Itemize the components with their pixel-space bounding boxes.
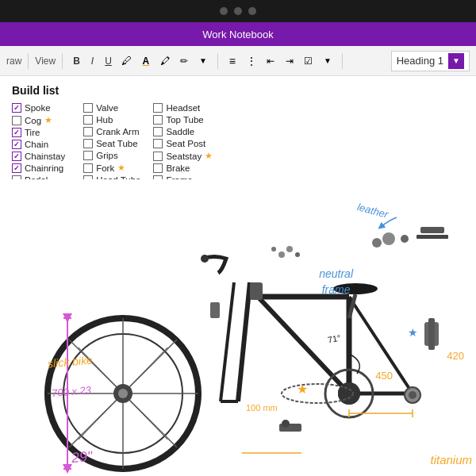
highlight-button[interactable]: 🖊 xyxy=(119,53,135,69)
item-fork[interactable]: Fork ★ xyxy=(83,163,140,173)
bike-image-area: ★ ★ xyxy=(0,179,476,476)
sep3 xyxy=(217,53,218,69)
svg-point-9 xyxy=(118,389,128,398)
item-saddle[interactable]: Saddle xyxy=(153,127,213,136)
item-crank-arm[interactable]: Crank Arm xyxy=(83,127,140,136)
heading-dropdown-arrow[interactable]: ▼ xyxy=(448,53,464,69)
checkbox-cog[interactable] xyxy=(12,116,21,125)
item-hub[interactable]: Hub xyxy=(83,115,140,125)
checkbox-seatstay[interactable] xyxy=(153,152,163,161)
item-seatstay[interactable]: Seatstay ★ xyxy=(153,151,213,161)
star-seatstay: ★ xyxy=(205,151,213,161)
svg-line-11 xyxy=(221,282,234,401)
svg-text:★: ★ xyxy=(408,327,418,339)
checkbox-top-tube[interactable] xyxy=(153,115,163,125)
item-valve[interactable]: Valve xyxy=(83,103,140,113)
heading-label: Heading 1 xyxy=(397,55,443,67)
checkbox-grips[interactable] xyxy=(83,151,93,160)
pen-button[interactable]: ✏ xyxy=(176,53,192,69)
checkbox-fork[interactable] xyxy=(83,163,93,173)
checklist-button[interactable]: ☑ xyxy=(301,53,317,69)
svg-point-22 xyxy=(201,255,209,263)
item-brake[interactable]: Brake xyxy=(153,163,213,173)
item-chainring[interactable]: Chainring xyxy=(12,163,71,173)
checkbox-chain[interactable] xyxy=(12,140,21,149)
checkbox-crank-arm[interactable] xyxy=(83,127,93,136)
svg-line-17 xyxy=(349,297,413,393)
star-cog: ★ xyxy=(44,115,52,125)
item-chainstay[interactable]: Chainstay xyxy=(12,152,71,161)
bike-svg: ★ ★ xyxy=(0,179,476,476)
svg-rect-34 xyxy=(428,318,435,350)
dot3 xyxy=(248,7,256,15)
svg-point-30 xyxy=(372,238,382,248)
numbered-list-button[interactable]: ⋮ xyxy=(244,53,259,69)
svg-point-39 xyxy=(271,247,276,251)
svg-line-15 xyxy=(258,297,349,393)
raw-tab[interactable]: raw xyxy=(6,56,21,67)
svg-rect-31 xyxy=(420,227,444,233)
item-headset[interactable]: Headset xyxy=(153,103,213,113)
bold-button[interactable]: B xyxy=(69,54,84,68)
underline-button[interactable]: U xyxy=(101,54,116,68)
svg-point-40 xyxy=(286,246,293,252)
svg-text:★: ★ xyxy=(297,382,308,396)
item-chain[interactable]: Chain xyxy=(12,140,71,149)
indent-left-button[interactable]: ⇤ xyxy=(263,53,278,69)
app-title: Work Notebook xyxy=(202,29,273,40)
checkbox-brake[interactable] xyxy=(153,163,163,173)
bullet-list-button[interactable]: ≡ xyxy=(225,53,240,69)
item-grips[interactable]: Grips xyxy=(83,151,140,160)
item-spoke[interactable]: Spoke xyxy=(12,103,71,113)
item-seat-post[interactable]: Seat Post xyxy=(153,139,213,148)
svg-rect-35 xyxy=(210,302,220,318)
checkbox-tire[interactable] xyxy=(12,128,21,137)
sep4 xyxy=(342,53,343,69)
svg-point-19 xyxy=(333,283,378,294)
svg-point-37 xyxy=(282,420,290,428)
svg-line-10 xyxy=(238,282,250,401)
svg-rect-21 xyxy=(250,282,263,300)
sep1 xyxy=(28,53,29,69)
app-title-bar: Work Notebook xyxy=(0,22,476,46)
checkbox-valve[interactable] xyxy=(83,103,93,113)
checkbox-chainring[interactable] xyxy=(12,163,21,173)
text-color-button[interactable]: A xyxy=(138,53,154,69)
item-tire[interactable]: Tire xyxy=(12,128,71,137)
checkbox-seat-post[interactable] xyxy=(153,139,163,148)
indent-right-button[interactable]: ⇥ xyxy=(282,53,298,69)
content-area: Build list Spoke Cog ★ Tire xyxy=(0,76,476,476)
checkbox-saddle[interactable] xyxy=(153,127,163,136)
dot1 xyxy=(220,7,228,15)
checkbox-seat-tube[interactable] xyxy=(83,139,93,148)
heading-selector[interactable]: Heading 1 ▼ xyxy=(391,51,470,71)
checkbox-hub[interactable] xyxy=(83,115,93,125)
svg-point-28 xyxy=(382,232,395,245)
checkbox-spoke[interactable] xyxy=(12,103,21,113)
item-cog[interactable]: Cog ★ xyxy=(12,115,71,125)
more-button[interactable]: ▼ xyxy=(195,53,211,69)
checkbox-chainstay[interactable] xyxy=(12,152,21,161)
title-bar xyxy=(0,0,476,22)
item-top-tube[interactable]: Top Tube xyxy=(153,115,213,125)
svg-point-29 xyxy=(401,235,409,243)
sep2 xyxy=(62,53,63,69)
toolbar: raw View B I U 🖊 A 🖍 ✏ ▼ ≡ ⋮ ⇤ ⇥ ☑ ▼ Hea… xyxy=(0,46,476,76)
svg-point-27 xyxy=(409,391,416,399)
build-list-title: Build list xyxy=(12,84,213,97)
item-seat-tube[interactable]: Seat Tube xyxy=(83,139,140,148)
star-fork: ★ xyxy=(117,163,125,173)
fill-color-button[interactable]: 🖍 xyxy=(157,53,173,69)
svg-point-41 xyxy=(295,252,300,257)
italic-button[interactable]: I xyxy=(87,54,98,68)
view-tab[interactable]: View xyxy=(35,56,56,67)
list-more-button[interactable]: ▼ xyxy=(320,53,336,69)
title-bar-dots xyxy=(220,7,256,15)
checkbox-headset[interactable] xyxy=(153,103,163,113)
dot2 xyxy=(234,7,242,15)
svg-point-38 xyxy=(278,251,285,258)
svg-rect-32 xyxy=(416,235,448,239)
